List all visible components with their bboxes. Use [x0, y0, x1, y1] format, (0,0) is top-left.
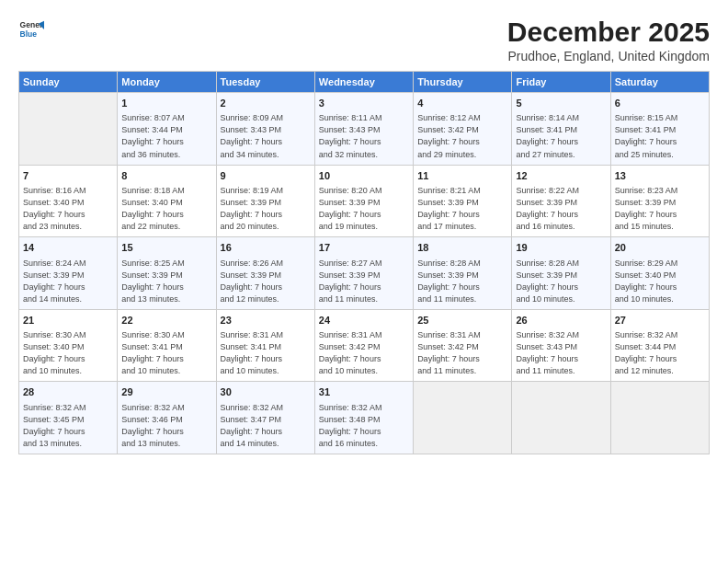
col-friday: Friday: [512, 72, 610, 93]
cell-content: Sunrise: 8:32 AM Sunset: 3:46 PM Dayligh…: [121, 402, 211, 450]
cell-content: Sunrise: 8:22 AM Sunset: 3:39 PM Dayligh…: [516, 185, 606, 233]
day-number: 10: [319, 169, 409, 183]
calendar-cell: 2Sunrise: 8:09 AM Sunset: 3:43 PM Daylig…: [216, 93, 314, 166]
cell-content: Sunrise: 8:07 AM Sunset: 3:44 PM Dayligh…: [121, 112, 211, 160]
calendar-cell: [512, 382, 610, 454]
day-number: 31: [319, 385, 409, 399]
calendar-cell: 22Sunrise: 8:30 AM Sunset: 3:41 PM Dayli…: [118, 309, 216, 382]
day-number: 15: [121, 241, 211, 255]
calendar-page: General Blue December 2025 Prudhoe, Engl…: [0, 0, 728, 563]
cell-content: Sunrise: 8:28 AM Sunset: 3:39 PM Dayligh…: [417, 258, 507, 305]
cell-content: Sunrise: 8:31 AM Sunset: 3:41 PM Dayligh…: [221, 329, 311, 377]
day-number: 30: [221, 385, 311, 399]
calendar-cell: 25Sunrise: 8:31 AM Sunset: 3:42 PM Dayli…: [414, 309, 512, 382]
calendar-cell: 26Sunrise: 8:32 AM Sunset: 3:43 PM Dayli…: [512, 309, 610, 382]
col-saturday: Saturday: [610, 72, 709, 93]
calendar-subtitle: Prudhoe, England, United Kingdom: [507, 49, 710, 63]
calendar-cell: 10Sunrise: 8:20 AM Sunset: 3:39 PM Dayli…: [314, 165, 413, 237]
cell-content: Sunrise: 8:32 AM Sunset: 3:48 PM Dayligh…: [319, 402, 409, 450]
calendar-cell: 15Sunrise: 8:25 AM Sunset: 3:39 PM Dayli…: [118, 237, 216, 310]
calendar-week-1: 1Sunrise: 8:07 AM Sunset: 3:44 PM Daylig…: [19, 93, 710, 166]
cell-content: Sunrise: 8:16 AM Sunset: 3:40 PM Dayligh…: [23, 185, 113, 233]
header: General Blue December 2025 Prudhoe, Engl…: [18, 17, 710, 63]
col-tuesday: Tuesday: [216, 72, 314, 93]
cell-content: Sunrise: 8:31 AM Sunset: 3:42 PM Dayligh…: [417, 329, 507, 377]
calendar-cell: 11Sunrise: 8:21 AM Sunset: 3:39 PM Dayli…: [414, 165, 512, 237]
cell-content: Sunrise: 8:20 AM Sunset: 3:39 PM Dayligh…: [319, 185, 409, 233]
calendar-week-4: 21Sunrise: 8:30 AM Sunset: 3:40 PM Dayli…: [19, 309, 710, 382]
cell-content: Sunrise: 8:30 AM Sunset: 3:41 PM Dayligh…: [121, 329, 211, 377]
day-number: 19: [516, 241, 606, 255]
calendar-cell: 30Sunrise: 8:32 AM Sunset: 3:47 PM Dayli…: [216, 382, 314, 454]
calendar-cell: [610, 382, 709, 454]
cell-content: Sunrise: 8:21 AM Sunset: 3:39 PM Dayligh…: [417, 185, 507, 233]
calendar-cell: 14Sunrise: 8:24 AM Sunset: 3:39 PM Dayli…: [19, 237, 118, 310]
calendar-cell: 17Sunrise: 8:27 AM Sunset: 3:39 PM Dayli…: [314, 237, 413, 310]
day-number: 9: [221, 169, 311, 183]
day-number: 24: [319, 314, 409, 327]
cell-content: Sunrise: 8:12 AM Sunset: 3:42 PM Dayligh…: [417, 112, 507, 160]
day-number: 8: [121, 169, 211, 183]
calendar-cell: 31Sunrise: 8:32 AM Sunset: 3:48 PM Dayli…: [314, 382, 413, 454]
day-number: 25: [417, 314, 507, 327]
day-number: 23: [221, 314, 311, 327]
title-section: December 2025 Prudhoe, England, United K…: [507, 17, 710, 63]
day-number: 28: [23, 385, 113, 399]
col-wednesday: Wednesday: [314, 72, 413, 93]
calendar-cell: 29Sunrise: 8:32 AM Sunset: 3:46 PM Dayli…: [118, 382, 216, 454]
calendar-cell: 27Sunrise: 8:32 AM Sunset: 3:44 PM Dayli…: [610, 309, 709, 382]
day-number: 29: [121, 385, 211, 399]
cell-content: Sunrise: 8:25 AM Sunset: 3:39 PM Dayligh…: [121, 258, 211, 305]
calendar-cell: 20Sunrise: 8:29 AM Sunset: 3:40 PM Dayli…: [610, 237, 709, 310]
day-number: 20: [615, 241, 705, 255]
calendar-cell: 16Sunrise: 8:26 AM Sunset: 3:39 PM Dayli…: [216, 237, 314, 310]
calendar-cell: 5Sunrise: 8:14 AM Sunset: 3:41 PM Daylig…: [512, 93, 610, 166]
cell-content: Sunrise: 8:11 AM Sunset: 3:43 PM Dayligh…: [319, 112, 409, 160]
logo-icon: General Blue: [18, 17, 44, 42]
day-number: 12: [516, 169, 606, 183]
cell-content: Sunrise: 8:30 AM Sunset: 3:40 PM Dayligh…: [23, 329, 113, 377]
cell-content: Sunrise: 8:32 AM Sunset: 3:44 PM Dayligh…: [615, 329, 705, 377]
calendar-cell: [19, 93, 118, 166]
cell-content: Sunrise: 8:23 AM Sunset: 3:39 PM Dayligh…: [615, 185, 705, 233]
calendar-table: Sunday Monday Tuesday Wednesday Thursday…: [18, 71, 710, 454]
calendar-cell: 4Sunrise: 8:12 AM Sunset: 3:42 PM Daylig…: [414, 93, 512, 166]
col-sunday: Sunday: [19, 72, 118, 93]
svg-text:Blue: Blue: [20, 29, 38, 39]
calendar-cell: 8Sunrise: 8:18 AM Sunset: 3:40 PM Daylig…: [118, 165, 216, 237]
logo: General Blue: [18, 17, 44, 42]
cell-content: Sunrise: 8:32 AM Sunset: 3:45 PM Dayligh…: [23, 402, 113, 450]
calendar-cell: 19Sunrise: 8:28 AM Sunset: 3:39 PM Dayli…: [512, 237, 610, 310]
calendar-cell: 18Sunrise: 8:28 AM Sunset: 3:39 PM Dayli…: [414, 237, 512, 310]
day-number: 1: [121, 97, 211, 110]
day-number: 7: [23, 169, 113, 183]
cell-content: Sunrise: 8:27 AM Sunset: 3:39 PM Dayligh…: [319, 258, 409, 305]
cell-content: Sunrise: 8:14 AM Sunset: 3:41 PM Dayligh…: [516, 112, 606, 160]
calendar-cell: 7Sunrise: 8:16 AM Sunset: 3:40 PM Daylig…: [19, 165, 118, 237]
col-monday: Monday: [118, 72, 216, 93]
calendar-cell: 23Sunrise: 8:31 AM Sunset: 3:41 PM Dayli…: [216, 309, 314, 382]
header-row: Sunday Monday Tuesday Wednesday Thursday…: [19, 72, 710, 93]
calendar-cell: 21Sunrise: 8:30 AM Sunset: 3:40 PM Dayli…: [19, 309, 118, 382]
day-number: 14: [23, 241, 113, 255]
calendar-week-5: 28Sunrise: 8:32 AM Sunset: 3:45 PM Dayli…: [19, 382, 710, 454]
calendar-cell: 9Sunrise: 8:19 AM Sunset: 3:39 PM Daylig…: [216, 165, 314, 237]
calendar-cell: 6Sunrise: 8:15 AM Sunset: 3:41 PM Daylig…: [610, 93, 709, 166]
cell-content: Sunrise: 8:32 AM Sunset: 3:43 PM Dayligh…: [516, 329, 606, 377]
cell-content: Sunrise: 8:26 AM Sunset: 3:39 PM Dayligh…: [221, 258, 311, 305]
calendar-cell: [414, 382, 512, 454]
day-number: 18: [417, 241, 507, 255]
cell-content: Sunrise: 8:28 AM Sunset: 3:39 PM Dayligh…: [516, 258, 606, 305]
cell-content: Sunrise: 8:32 AM Sunset: 3:47 PM Dayligh…: [221, 402, 311, 450]
calendar-cell: 1Sunrise: 8:07 AM Sunset: 3:44 PM Daylig…: [118, 93, 216, 166]
calendar-week-3: 14Sunrise: 8:24 AM Sunset: 3:39 PM Dayli…: [19, 237, 710, 310]
day-number: 22: [121, 314, 211, 327]
day-number: 17: [319, 241, 409, 255]
day-number: 13: [615, 169, 705, 183]
cell-content: Sunrise: 8:24 AM Sunset: 3:39 PM Dayligh…: [23, 258, 113, 305]
day-number: 21: [23, 314, 113, 327]
cell-content: Sunrise: 8:31 AM Sunset: 3:42 PM Dayligh…: [319, 329, 409, 377]
day-number: 27: [615, 314, 705, 327]
day-number: 3: [319, 97, 409, 110]
calendar-cell: 24Sunrise: 8:31 AM Sunset: 3:42 PM Dayli…: [314, 309, 413, 382]
